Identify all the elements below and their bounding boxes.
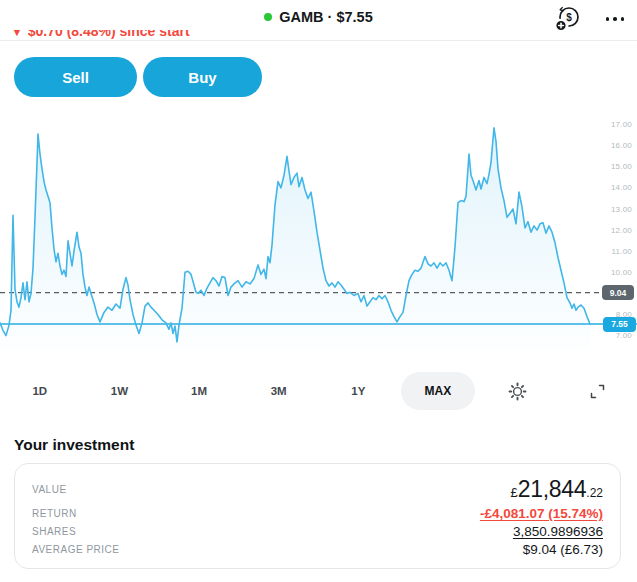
shares-amount[interactable]: 3,850.9896936	[513, 524, 603, 539]
return-amount[interactable]: -£4,081.07 (15.74%)	[480, 506, 603, 521]
tab-1y[interactable]: 1Y	[319, 371, 399, 411]
current-price-badge: 7.55	[603, 317, 636, 332]
tab-1d[interactable]: 1D	[0, 371, 80, 411]
tab-3m[interactable]: 3M	[239, 371, 319, 411]
ticker-title-group: GAMB · $7.55	[0, 9, 637, 25]
chart-expand-button[interactable]	[557, 371, 637, 411]
tab-max-selected[interactable]: MAX	[398, 371, 478, 411]
y-axis-tick: 13.00	[611, 205, 632, 214]
average-price-row: AVERAGE PRICE $9.04 (£6.73)	[32, 542, 603, 557]
ellipsis-icon	[606, 17, 610, 21]
y-axis-tick: 15.00	[611, 162, 632, 171]
market-open-dot-icon	[264, 13, 272, 21]
investment-heading: Your investment	[14, 436, 134, 454]
y-axis-tick: 17.00	[611, 120, 632, 129]
sell-button[interactable]: Sell	[14, 57, 137, 97]
stock-detail-page: ▼ $0.70 (8.48%) since start GAMB · $7.55…	[0, 0, 637, 582]
average-price-badge: 9.04	[602, 285, 634, 300]
y-axis-tick: 16.00	[611, 141, 632, 150]
more-menu-button[interactable]	[600, 8, 630, 30]
value-label: VALUE	[32, 484, 67, 495]
value-amount: £21,844.22	[511, 476, 603, 503]
price-alert-icon: $	[550, 3, 584, 35]
y-axis-tick: 11.00	[612, 247, 632, 256]
chart-range-tabs: 1D 1W 1M 3M 1Y MAX	[0, 371, 637, 411]
fullscreen-icon	[590, 384, 605, 399]
shares-row: SHARES 3,850.9896936	[32, 524, 603, 539]
chart-area-fill	[0, 128, 590, 350]
buy-button[interactable]: Buy	[143, 57, 262, 97]
header-divider	[0, 40, 637, 41]
header: GAMB · $7.55 $	[0, 0, 637, 40]
tab-1w[interactable]: 1W	[80, 371, 160, 411]
y-axis-tick: 7.00	[616, 331, 632, 340]
average-price-amount: $9.04 (£6.73)	[523, 542, 603, 557]
gear-icon	[508, 382, 527, 401]
average-price-label: AVERAGE PRICE	[32, 544, 119, 555]
price-alert-button[interactable]: $	[550, 3, 584, 35]
svg-text:$: $	[566, 12, 572, 23]
price-chart-canvas	[0, 110, 637, 350]
y-axis-tick: 12.00	[611, 226, 632, 235]
y-axis-tick: 10.00	[611, 268, 632, 277]
value-row: VALUE £21,844.22	[32, 476, 603, 503]
return-label: RETURN	[32, 508, 77, 519]
y-axis-tick: 14.00	[611, 183, 632, 192]
shares-label: SHARES	[32, 526, 76, 537]
page-title: GAMB · $7.55	[279, 9, 372, 25]
return-row: RETURN -£4,081.07 (15.74%)	[32, 506, 603, 521]
chart-settings-button[interactable]	[478, 371, 558, 411]
investment-card: VALUE £21,844.22 RETURN -£4,081.07 (15.7…	[14, 463, 621, 569]
tab-1m[interactable]: 1M	[159, 371, 239, 411]
price-chart[interactable]: 17.0016.0015.0014.0013.0012.0011.0010.00…	[0, 110, 637, 350]
y-axis: 17.0016.0015.0014.0013.0012.0011.0010.00…	[593, 110, 637, 350]
